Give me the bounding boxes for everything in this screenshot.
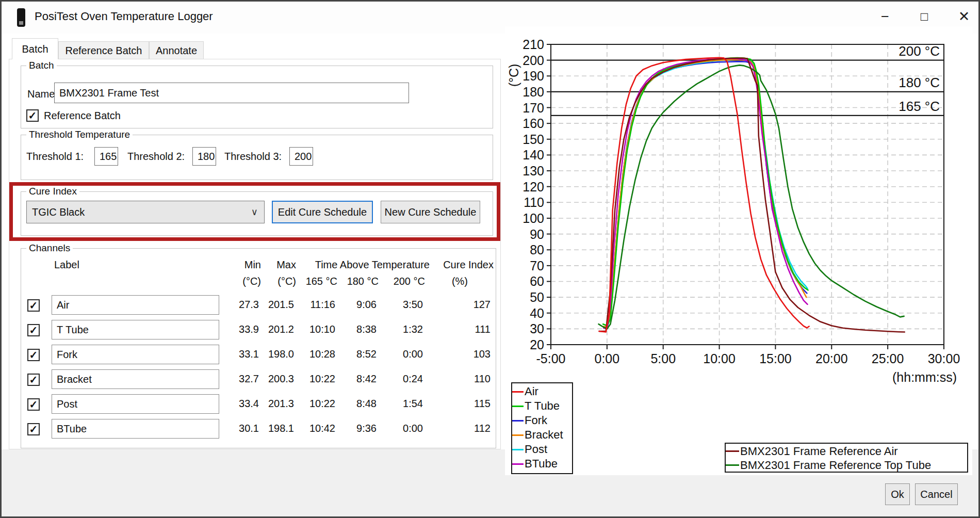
col-header-200: 200 °C xyxy=(394,276,425,287)
col-unit-cure: (%) xyxy=(452,276,468,287)
y-tick-label: 100 xyxy=(522,211,544,225)
channel-cure-value: 115 xyxy=(474,398,491,410)
series-bmx2301-frame-reference-air xyxy=(599,58,905,332)
channel-checkbox[interactable]: ✓ xyxy=(27,299,40,312)
tab-annotate[interactable]: Annotate xyxy=(149,41,204,59)
threshold-label-200: 200 °C xyxy=(899,43,940,59)
col-header-165: 165 °C xyxy=(306,276,337,287)
channel-cure-value: 110 xyxy=(474,373,491,385)
legend-item: BMX2301 Frame Reference Top Tube xyxy=(726,458,967,472)
channel-cure-value: 103 xyxy=(473,348,491,360)
channel-t180-value: 9:36 xyxy=(356,423,377,434)
channel-checkbox[interactable]: ✓ xyxy=(27,324,40,336)
channel-row: ✓Fork33.1198.010:288:520:00103 xyxy=(21,345,494,365)
channel-row: ✓Post33.4201.310:228:481:54115 xyxy=(21,394,494,415)
channel-min-value: 33.9 xyxy=(239,323,259,335)
threshold1-input[interactable]: 165 xyxy=(94,147,118,166)
channel-t165-value: 10:28 xyxy=(309,348,335,360)
legend-line-swatch xyxy=(512,391,524,393)
channel-checkbox[interactable]: ✓ xyxy=(27,423,40,435)
legend-line-swatch xyxy=(512,449,524,450)
y-tick-label: 200 xyxy=(522,53,544,68)
legend-item: Fork xyxy=(512,413,572,428)
batch-group: Batch Name: BMX2301 Frame Test ✓ Referen… xyxy=(21,66,493,128)
channel-t200-value: 1:32 xyxy=(403,323,423,335)
col-header-max: Max xyxy=(276,259,296,271)
legend-line-swatch xyxy=(512,420,524,422)
threshold2-label: Threshold 2: xyxy=(127,151,185,163)
legend-label: Post xyxy=(525,443,547,456)
series-post xyxy=(603,59,807,328)
y-tick-label: 140 xyxy=(522,148,544,162)
tab-reference-batch[interactable]: Reference Batch xyxy=(58,41,149,59)
channel-min-value: 27.3 xyxy=(239,299,259,311)
channel-t165-value: 10:42 xyxy=(309,423,335,434)
legend-line-swatch xyxy=(726,450,739,452)
cure-index-group: Cure Index TGIC Black ∨ Edit Cure Schedu… xyxy=(21,191,493,236)
channel-t200-value: 0:24 xyxy=(403,373,423,385)
channel-label-input[interactable]: Bracket xyxy=(52,369,219,389)
legend-label: Fork xyxy=(525,414,547,427)
cure-schedule-dropdown[interactable]: TGIC Black ∨ xyxy=(26,201,265,223)
x-tick-label: -5:00 xyxy=(536,351,566,366)
x-tick-label: 0:00 xyxy=(595,351,620,366)
y-tick-label: 130 xyxy=(522,164,544,178)
legend-label: BMX2301 Frame Reference Air xyxy=(740,445,898,458)
channel-max-value: 201.3 xyxy=(268,398,294,410)
legend-line-swatch xyxy=(726,464,739,466)
channel-min-value: 32.7 xyxy=(239,373,259,385)
cure-schedule-selected: TGIC Black xyxy=(32,206,85,218)
series-fork xyxy=(603,61,807,328)
channels-group: Channels Label Min Max Time Above Temper… xyxy=(21,248,496,448)
legend-item: BMX2301 Frame Reference Air xyxy=(726,444,967,458)
channel-t200-value: 3:50 xyxy=(403,299,423,311)
channel-checkbox[interactable]: ✓ xyxy=(27,349,40,361)
x-tick-label: 25:00 xyxy=(872,351,904,366)
cure-index-group-label: Cure Index xyxy=(26,186,79,197)
channel-label-input[interactable]: Air xyxy=(52,295,219,315)
channel-t180-value: 8:52 xyxy=(356,348,377,360)
window-title: PosiTest Oven Temperature Logger xyxy=(35,10,213,23)
legend-item: Air xyxy=(512,384,572,399)
channel-label-input[interactable]: Post xyxy=(52,394,219,414)
y-tick-label: 120 xyxy=(522,180,544,194)
threshold3-label: Threshold 3: xyxy=(224,151,282,163)
threshold-group: Threshold Temperature Threshold 1: 165 T… xyxy=(21,135,493,180)
threshold1-label: Threshold 1: xyxy=(26,151,84,163)
batch-name-input[interactable]: BMX2301 Frame Test xyxy=(54,83,409,103)
x-tick-label: 20:00 xyxy=(815,351,848,366)
tab-batch[interactable]: Batch xyxy=(12,38,58,59)
channel-t165-value: 11:16 xyxy=(310,299,335,311)
legend-label: BTube xyxy=(525,457,558,471)
reference-batch-checkbox[interactable]: ✓ xyxy=(26,109,39,122)
threshold2-input[interactable]: 180 xyxy=(192,147,216,166)
legend-line-swatch xyxy=(512,434,524,436)
channel-min-value: 30.1 xyxy=(239,423,259,434)
channel-checkbox[interactable]: ✓ xyxy=(27,398,40,411)
channel-t165-value: 10:10 xyxy=(309,323,335,335)
ok-button[interactable]: Ok xyxy=(885,483,910,505)
threshold3-input[interactable]: 200 xyxy=(289,147,313,166)
legend-item: Bracket xyxy=(512,428,572,442)
edit-cure-schedule-button[interactable]: Edit Cure Schedule xyxy=(272,201,373,223)
legend-label: T Tube xyxy=(525,399,560,413)
new-cure-schedule-button[interactable]: New Cure Schedule xyxy=(381,201,480,223)
x-tick-label: 15:00 xyxy=(759,351,792,366)
y-tick-label: 190 xyxy=(522,69,544,83)
channel-label-input[interactable]: Fork xyxy=(52,345,219,364)
channel-t180-value: 9:06 xyxy=(356,299,377,311)
series-bracket xyxy=(603,60,806,328)
chevron-down-icon: ∨ xyxy=(251,206,258,218)
channel-row: ✓Air27.3201.511:169:063:50127 xyxy=(21,295,494,316)
series-t-tube xyxy=(603,58,808,326)
y-tick-label: 160 xyxy=(522,116,544,131)
channel-checkbox[interactable]: ✓ xyxy=(27,374,40,386)
batch-tab-page: Batch Name: BMX2301 Frame Test ✓ Referen… xyxy=(9,59,501,449)
legend-label: BMX2301 Frame Reference Top Tube xyxy=(740,459,931,472)
y-tick-label: 90 xyxy=(530,227,544,241)
cancel-button[interactable]: Cancel xyxy=(915,483,958,505)
channel-label-input[interactable]: T Tube xyxy=(52,320,219,339)
y-tick-label: 50 xyxy=(530,290,544,304)
legend-item: Post xyxy=(512,442,572,457)
channel-label-input[interactable]: BTube xyxy=(52,419,219,439)
